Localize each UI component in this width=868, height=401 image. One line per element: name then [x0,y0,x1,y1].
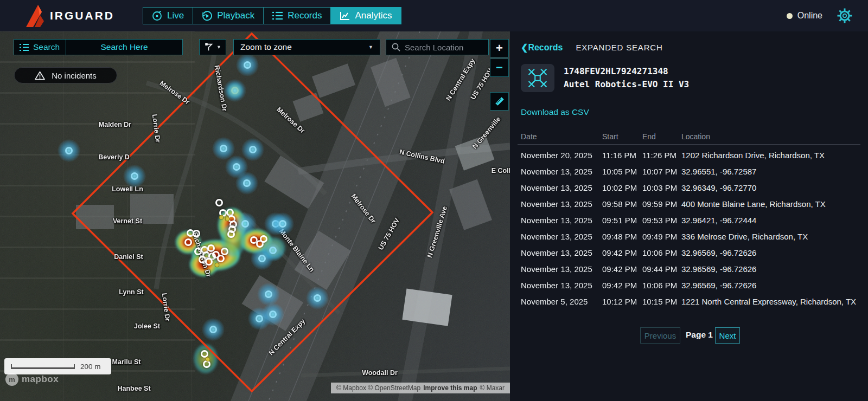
detection-marker[interactable] [209,326,217,333]
table-row[interactable]: November 13, 202509:51 PM09:53 PM32.9642… [510,212,868,228]
table-row[interactable]: November 20, 202511:16 PM11:26 PM1202 Ri… [510,147,868,163]
table-cell: 10:12 PM [602,297,641,306]
detection-marker[interactable] [215,199,223,206]
detection-marker[interactable] [260,235,267,243]
column-end: End [642,132,681,141]
table-header-divider [518,144,860,145]
table-cell: 400 Monte Blaine Lane, Richardson, TX [681,199,860,209]
detection-marker[interactable] [221,248,228,255]
detection-marker[interactable] [217,255,225,262]
detection-marker[interactable] [244,61,251,69]
detection-marker[interactable] [219,215,224,220]
search-here-button[interactable]: Search Here [66,39,183,55]
table-cell: November 13, 2025 [521,216,601,225]
street-label: Daniel St [114,253,143,261]
chevron-down-icon: ▼ [216,44,221,50]
detection-marker[interactable] [220,145,227,152]
table-cell: 32.96569, -96.72626 [681,264,860,274]
table-cell: November 13, 2025 [521,248,601,257]
drone-thumbnail [521,64,554,92]
table-cell: 09:48 PM [602,232,641,241]
table-row[interactable]: November 13, 202509:42 PM10:06 PM32.9656… [510,244,868,261]
street-label: Hanbee St [117,385,150,392]
detection-marker[interactable] [215,263,220,268]
detection-marker[interactable] [205,258,213,266]
zoom-out-label: − [496,61,503,75]
table-cell: November 13, 2025 [521,183,601,192]
previous-page-button[interactable]: Previous [640,327,680,344]
table-cell: 10:06 PM [642,281,681,290]
tab-analytics[interactable]: Analytics [330,7,401,24]
detection-marker[interactable] [193,230,200,237]
detection-marker[interactable] [243,179,251,187]
table-row[interactable]: November 13, 202509:58 PM09:59 PM400 Mon… [510,196,868,212]
table-row[interactable]: November 13, 202510:05 PM10:07 PM32.9655… [510,163,868,179]
table-row[interactable]: November 13, 202509:42 PM09:44 PM32.9656… [510,261,868,277]
attribution-text: © Mapbox © OpenStreetMap [336,384,420,392]
records-breadcrumb[interactable]: ❮Records [521,42,563,53]
detection-marker[interactable] [225,217,230,222]
page-indicator: Page 1 [686,330,713,340]
table-cell: November 5, 2025 [521,297,601,306]
tab-records[interactable]: Records [263,7,331,24]
tab-playback[interactable]: Playback [193,7,264,24]
map-attribution: © Mapbox © OpenStreetMap Improve this ma… [331,383,510,393]
search-button[interactable]: Search [14,39,66,55]
table-row[interactable]: November 5, 202510:12 PM10:15 PM1221 Nor… [510,293,868,309]
detection-marker[interactable] [249,146,257,153]
detection-marker[interactable] [314,294,321,302]
scale-rule [11,364,75,369]
ruler-icon [494,96,505,107]
detection-marker[interactable] [184,238,192,246]
detection-marker[interactable] [231,87,239,94]
detection-marker[interactable] [279,220,286,228]
detection-marker[interactable] [131,172,138,180]
next-page-button[interactable]: Next [715,327,740,344]
improve-map-link[interactable]: Improve this map [423,384,477,392]
settings-gear-icon[interactable] [837,8,853,24]
mapbox-logo[interactable]: m mapbox [5,373,59,386]
records-table-body: November 20, 202511:16 PM11:26 PM1202 Ri… [510,147,868,309]
mapbox-logo-text: mapbox [22,374,59,385]
zoom-in-button[interactable]: + [490,39,509,57]
analytics-icon [340,11,350,21]
tab-live-label: Live [167,10,184,21]
table-cell: 09:58 PM [602,199,641,209]
zoom-to-zone-select[interactable]: Zoom to zone ▼ [233,39,380,55]
detection-marker[interactable] [241,220,249,228]
detection-marker[interactable] [258,255,266,262]
search-location-box [386,39,489,55]
table-row[interactable]: November 13, 202509:48 PM09:49 PM336 Mel… [510,228,868,244]
breadcrumb-label: Records [528,43,563,53]
download-csv-link[interactable]: Download as CSV [521,107,589,117]
top-right-group: Online [787,0,853,31]
records-icon [272,11,283,20]
table-cell: 11:26 PM [642,151,681,160]
list-icon [20,43,29,51]
nav-tabs: Live Playback Records [143,7,401,24]
map-canvas[interactable]: Salem DrMelrose DrRichardson DrMalden Dr… [0,31,510,401]
tab-live[interactable]: Live [143,7,193,24]
draw-zone-tool-button[interactable]: ▼ [199,39,226,55]
table-row[interactable]: November 13, 202510:02 PM10:03 PM32.9634… [510,179,868,196]
tab-playback-label: Playback [217,10,254,21]
detection-marker[interactable] [265,290,272,298]
table-row[interactable]: November 13, 202509:42 PM10:06 PM32.9656… [510,277,868,293]
table-cell: 09:59 PM [642,199,681,209]
detection-marker[interactable] [269,311,277,318]
search-zone-polygon[interactable] [73,34,432,391]
detection-marker[interactable] [227,230,235,238]
panel-header: ❮Records EXPANDED SEARCH [521,42,663,53]
search-location-input[interactable] [405,43,481,52]
table-cell: 09:51 PM [602,216,641,225]
zoom-out-button[interactable]: − [490,59,509,77]
detection-marker[interactable] [233,163,240,171]
street-label: Malden Dr [99,121,131,128]
street-label: E Collin [492,167,510,174]
detection-marker[interactable] [206,357,210,362]
table-cell: 32.96569, -96.72626 [681,248,860,257]
detection-marker[interactable] [65,147,73,154]
measure-tool-button[interactable] [490,92,509,111]
street-label: Woodall Dr [362,369,398,377]
table-cell: 32.96421, -96.72444 [681,216,860,225]
